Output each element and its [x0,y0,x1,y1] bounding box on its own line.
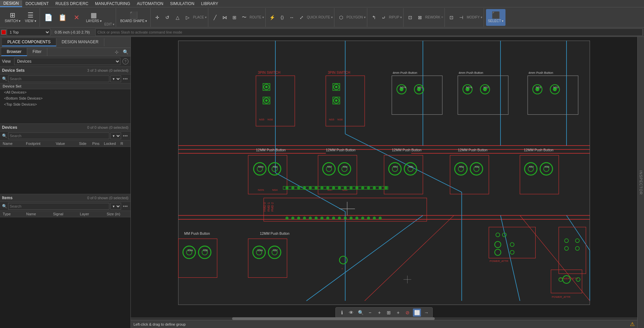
layer-dropdown[interactable]: 1 Top [7,29,50,36]
switch-button[interactable]: ⊞ SWITCH ▾ [3,9,22,26]
rework-btn1[interactable]: ⊡ [406,13,415,21]
h-scrollbar-thumb[interactable] [232,317,435,320]
svg-text:NS4: NS4 [343,166,347,168]
device-sets-more-btn[interactable]: ••• [122,76,128,81]
place-rotate-btn[interactable]: ↺ [163,13,172,21]
polygon-btn[interactable]: ⬡ [336,13,346,21]
inspector-label[interactable]: INSPECTOR [638,168,644,198]
menu-simulation[interactable]: SIMULATION [167,1,198,7]
tab-place-components[interactable]: PLACE COMPONENTS [2,38,56,46]
canvas-minus-btn[interactable]: − [366,309,374,317]
browser-cursor-btn[interactable]: ⊹ [113,48,120,56]
svg-text:NS3: NS3 [545,166,549,168]
route-single-btn[interactable]: ╱ [210,13,220,21]
canvas-stop-btn[interactable]: ⊘ [404,309,412,317]
copy-icon: 📋 [58,14,67,21]
svg-point-136 [309,186,312,189]
svg-text:FMD 2: FMD 2 [271,202,274,212]
canvas-h-scrollbar[interactable] [131,317,637,320]
route-tuning-btn[interactable]: 〜 [239,13,249,21]
device-set-bottom[interactable]: <Bottom Side Devices> [0,95,130,101]
layers-button[interactable]: ▦ LAYERS ▾ [84,9,104,26]
qr-btn3[interactable]: ↔ [287,13,297,21]
canvas-grid-btn[interactable]: ⊞ [385,309,393,317]
route-diff-btn[interactable]: ⋈ [220,13,229,21]
left-panel: PLACE COMPONENTS DESIGN MANAGER Browser … [0,37,131,328]
canvas-arrow-btn[interactable]: → [422,309,430,317]
svg-text:NS%: NS% [258,166,264,168]
items-more-btn[interactable]: ••• [122,204,128,209]
copy-button[interactable]: 📋 [56,9,69,26]
svg-point-135 [303,186,306,189]
items-col-type: Type [1,212,25,216]
switch-icon: ⊞ [10,12,15,18]
new-button[interactable]: 📄 [42,9,55,26]
device-sets-search-input[interactable] [8,75,109,82]
devices-col-footprint: Footprint [24,141,54,146]
place-flip-btn[interactable]: ▷ [183,13,192,21]
svg-text:12MM Push Button: 12MM Push Button [260,232,290,235]
items-search-dropdown[interactable]: ▾ [110,203,121,210]
tab-browser[interactable]: Browser [1,48,27,56]
board-shape-icon: ⬛ [129,12,138,18]
svg-text:NS6: NS6 [268,118,273,121]
menu-library[interactable]: LIBRARY [198,1,221,7]
route-multi-btn[interactable]: ⊞ [230,13,239,21]
menu-document[interactable]: DOCUMENT [22,1,52,7]
ripup-btn2[interactable]: ⤾ [379,13,388,21]
device-set-all[interactable]: <All Devices> [0,89,130,95]
command-input[interactable] [95,29,643,36]
canvas-info-btn[interactable]: ℹ [338,309,346,317]
modify-btn1[interactable]: ⊡ [447,13,456,21]
status-bar: Left-click & drag to define group ⚠ [131,320,637,328]
switch-label: SWITCH ▾ [5,19,20,23]
canvas-eye-btn[interactable]: 👁 [347,309,355,317]
view-label: VIEW ▾ [25,19,36,23]
board-shape-button[interactable]: ⬛ BOARD SHAPE ▾ [118,9,149,26]
canvas-plus-btn[interactable]: + [375,309,383,317]
modify-btn2[interactable]: ⊣ [457,13,466,21]
device-set-top[interactable]: <Top Side Devices> [0,101,130,107]
select-button[interactable]: ⬛ SELECT ▾ [486,9,506,26]
view-row: View Devices ? [0,56,130,67]
menu-rules[interactable]: RULES DRC/ERC [52,1,92,7]
svg-text:12MM Push Button: 12MM Push Button [524,148,554,152]
device-sets-title: Device Sets [2,68,24,73]
menu-manufacturing[interactable]: MANUFACTURING [92,1,133,7]
canvas-crosshair-btn[interactable]: + [394,309,402,317]
devices-search-input[interactable] [8,132,109,139]
svg-point-165 [373,217,376,220]
ripup-btn1[interactable]: ↰ [369,13,379,21]
svg-point-166 [379,217,382,220]
view-button[interactable]: ☰ VIEW ▾ [23,9,38,26]
place-mirror-btn[interactable]: △ [173,13,182,21]
delete-button[interactable]: ✕ [70,9,84,26]
svg-text:4mm Push Button: 4mm Push Button [459,71,483,74]
svg-point-151 [291,217,294,220]
tab-design-manager[interactable]: DESIGN MANAGER [56,38,104,46]
place-move-btn[interactable]: ✛ [153,13,162,21]
toolbar-group-edit: 📄 📋 ✕ ▦ LAYERS ▾ EDIT ▾ [41,8,116,27]
qr-btn1[interactable]: ⚡ [268,13,277,21]
menu-design[interactable]: DESIGN [0,0,22,7]
devices-more-btn[interactable]: ••• [122,133,128,139]
menu-automation[interactable]: AUTOMATION [133,1,167,7]
tab-filter[interactable]: Filter [27,48,47,56]
browser-search-btn[interactable]: 🔍 [122,48,129,56]
canvas-area[interactable]: 3PIN SWITCH NS5 NS6 3PIN SWITCH NS5 NS6 [131,37,637,328]
qr-btn4[interactable]: ⤢ [297,13,306,21]
devices-search-dropdown[interactable]: ▾ [110,132,121,139]
items-search-input[interactable] [8,203,109,210]
device-sets-search-dropdown[interactable]: ▾ [110,75,121,82]
rework-label: REWORK = [425,15,443,19]
view-dropdown[interactable]: Devices [14,58,120,65]
device-sets-search-icon: 🔍 [2,76,7,81]
qr-btn2[interactable]: ⟨⟩ [277,13,287,21]
rework-btn2[interactable]: ⊠ [415,13,425,21]
pcb-canvas[interactable]: 3PIN SWITCH NS5 NS6 3PIN SWITCH NS5 NS6 [131,37,637,328]
help-button[interactable]: ? [122,58,128,64]
main-toolbar: ⊞ SWITCH ▾ ☰ VIEW ▾ 📄 📋 ✕ ▦ LAYERS ▾ EDI… [0,7,644,28]
canvas-select-box-btn[interactable]: ⬜ [413,309,421,317]
svg-point-28 [265,99,268,102]
canvas-zoom-out-btn[interactable]: 🔍 [357,309,365,317]
